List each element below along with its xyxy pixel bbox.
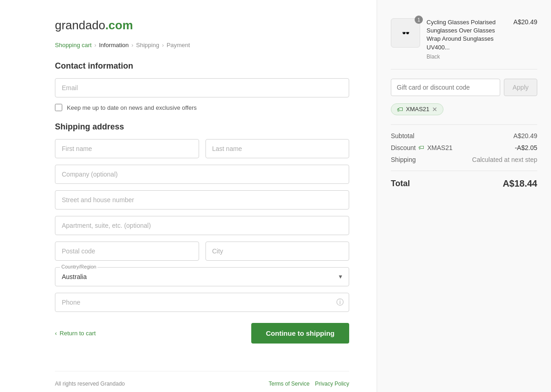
info-icon[interactable]: ⓘ bbox=[336, 298, 344, 307]
company-field[interactable] bbox=[55, 165, 349, 184]
product-quantity-badge: 1 bbox=[415, 16, 423, 24]
newsletter-group: Keep me up to date on news and exclusive… bbox=[55, 104, 349, 111]
return-to-cart-link[interactable]: ‹ Return to cart bbox=[55, 330, 96, 337]
subtotal-value: A$20.49 bbox=[513, 132, 537, 140]
street-group bbox=[55, 190, 349, 209]
country-label: Country/Region bbox=[60, 264, 97, 269]
discount-code-input[interactable] bbox=[391, 79, 500, 96]
order-summary-panel: 🕶️ 1 Cycling Glasses Polarised Sunglasse… bbox=[377, 0, 551, 392]
city-group bbox=[205, 242, 350, 261]
discount-code-label: Discount 🏷 XMAS21 bbox=[391, 144, 453, 151]
total-amount: A$18.44 bbox=[502, 178, 537, 189]
privacy-link[interactable]: Privacy Policy bbox=[315, 381, 349, 387]
breadcrumb-sep-1: › bbox=[94, 42, 96, 48]
breadcrumb-shopping-cart[interactable]: Shopping cart bbox=[55, 42, 92, 48]
applied-code-label: XMAS21 bbox=[406, 106, 429, 113]
total-row: Total A$18.44 bbox=[391, 171, 537, 189]
company-group bbox=[55, 165, 349, 184]
subtotal-label: Subtotal bbox=[391, 132, 414, 140]
product-variant: Black bbox=[427, 54, 507, 60]
breadcrumb: Shopping cart › Information › Shipping ›… bbox=[55, 42, 349, 48]
phone-field[interactable] bbox=[55, 293, 349, 312]
logo-dot: .com bbox=[105, 18, 133, 32]
phone-group: ⓘ bbox=[55, 293, 349, 312]
breadcrumb-shipping: Shipping bbox=[136, 42, 159, 48]
shipping-section-title: Shipping address bbox=[55, 122, 349, 132]
discount-amount: -A$2.05 bbox=[515, 144, 537, 151]
street-field[interactable] bbox=[55, 190, 349, 209]
city-field[interactable] bbox=[205, 242, 350, 261]
breadcrumb-sep-2: › bbox=[131, 42, 133, 48]
email-group bbox=[55, 78, 349, 97]
return-label: Return to cart bbox=[59, 330, 96, 337]
last-name-field[interactable] bbox=[205, 139, 350, 158]
postal-group bbox=[55, 242, 199, 261]
country-group: Country/Region Australia United States U… bbox=[55, 267, 349, 286]
email-field[interactable] bbox=[55, 78, 349, 97]
breadcrumb-sep-3: › bbox=[162, 42, 164, 48]
shipping-value: Calculated at next step bbox=[472, 156, 537, 163]
product-item: 🕶️ 1 Cycling Glasses Polarised Sunglasse… bbox=[391, 18, 537, 70]
breadcrumb-information: Information bbox=[99, 42, 129, 48]
product-name: Cycling Glasses Polarised Sunglasses Ove… bbox=[427, 18, 507, 52]
terms-link[interactable]: Terms of Service bbox=[269, 381, 309, 387]
continue-to-shipping-button[interactable]: Continue to shipping bbox=[251, 323, 349, 344]
discount-tag-icon: 🏷 bbox=[418, 144, 424, 151]
product-price: A$20.49 bbox=[513, 18, 537, 26]
subtotal-row: Subtotal A$20.49 bbox=[391, 132, 537, 140]
country-select[interactable]: Australia United States United Kingdom C… bbox=[55, 268, 349, 286]
product-details: Cycling Glasses Polarised Sunglasses Ove… bbox=[427, 18, 507, 60]
first-name-group bbox=[55, 139, 199, 158]
newsletter-label[interactable]: Keep me up to date on news and exclusive… bbox=[67, 104, 197, 111]
contact-section-title: Contact information bbox=[55, 61, 349, 71]
product-image-wrapper: 🕶️ 1 bbox=[391, 18, 420, 48]
discount-input-row: Apply bbox=[391, 79, 537, 96]
last-name-group bbox=[205, 139, 350, 158]
form-actions: ‹ Return to cart Continue to shipping bbox=[55, 323, 349, 344]
tag-icon: 🏷 bbox=[397, 106, 403, 113]
discount-row: Discount 🏷 XMAS21 -A$2.05 bbox=[391, 144, 537, 151]
discount-code-value: XMAS21 bbox=[427, 144, 452, 151]
shipping-label: Shipping bbox=[391, 156, 416, 163]
shipping-row: Shipping Calculated at next step bbox=[391, 156, 537, 163]
discount-label: Discount bbox=[391, 144, 416, 151]
breadcrumb-payment: Payment bbox=[167, 42, 190, 48]
apartment-group bbox=[55, 216, 349, 235]
copyright-text: All rights reserved Grandado bbox=[55, 381, 125, 387]
remove-discount-button[interactable]: ✕ bbox=[432, 106, 438, 113]
order-summary: Subtotal A$20.49 Discount 🏷 XMAS21 -A$2.… bbox=[391, 124, 537, 163]
apartment-field[interactable] bbox=[55, 216, 349, 235]
newsletter-checkbox[interactable] bbox=[55, 104, 62, 111]
total-label: Total bbox=[391, 179, 410, 188]
footer-links: Terms of Service Privacy Policy bbox=[269, 381, 349, 387]
apply-discount-button[interactable]: Apply bbox=[504, 79, 537, 96]
product-image-placeholder: 🕶️ bbox=[402, 29, 410, 37]
applied-discount-tag: 🏷 XMAS21 ✕ bbox=[391, 103, 443, 115]
footer: All rights reserved Grandado Terms of Se… bbox=[55, 371, 349, 387]
postal-field[interactable] bbox=[55, 242, 199, 261]
logo: grandado.com bbox=[55, 18, 349, 32]
first-name-field[interactable] bbox=[55, 139, 199, 158]
chevron-left-icon: ‹ bbox=[55, 330, 57, 337]
